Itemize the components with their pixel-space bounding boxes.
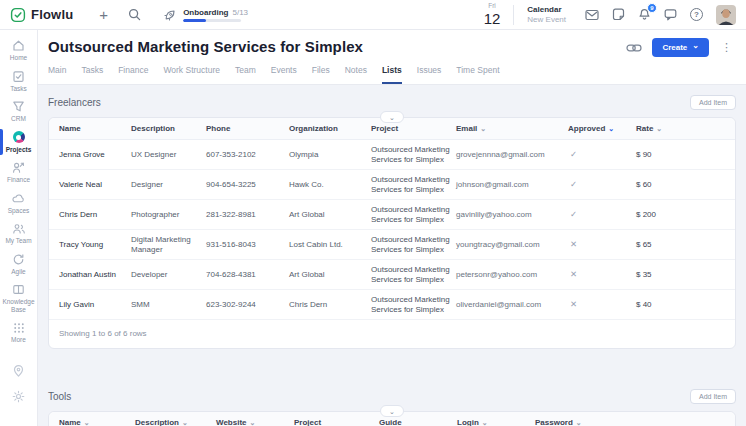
column-header[interactable]: Website ⌄	[216, 418, 294, 426]
sidebar-item-label: Finance	[7, 176, 30, 184]
column-header: Name ⌄	[59, 124, 131, 133]
approved-check-icon: ✓	[568, 180, 636, 190]
cell-phone: 607-353-2102	[206, 150, 289, 160]
tab-lists[interactable]: Lists	[382, 65, 402, 84]
create-button[interactable]: Create ⌄	[652, 38, 709, 57]
main-area: Outsourced Marketing Services for Simple…	[38, 30, 746, 426]
notes-icon[interactable]	[612, 8, 625, 21]
tab-issues[interactable]: Issues	[417, 65, 442, 84]
sidebar-item-label: CRM	[11, 115, 26, 123]
add-item-button[interactable]: Add Item	[690, 389, 736, 404]
calendar-widget[interactable]: Calendar New Event	[527, 5, 566, 25]
cell-name: Chris Dern	[59, 210, 131, 220]
flowlu-logo[interactable]: Flowlu	[10, 7, 73, 23]
table-row[interactable]: Tracy YoungDigital Marketing Manager931-…	[49, 230, 735, 260]
sidebar-item-tasks[interactable]: Tasks	[0, 66, 37, 97]
table-row[interactable]: Chris DernPhotographer281-322-8981Art Gl…	[49, 200, 735, 230]
column-header[interactable]: Email ⌄	[456, 124, 568, 133]
sort-chevron-icon: ⌄	[576, 419, 582, 426]
sidebar-item-finance[interactable]: Finance	[0, 157, 37, 188]
sidebar-item-label: Projects	[6, 146, 32, 154]
cell-description: UX Designer	[131, 150, 206, 160]
brand-name: Flowlu	[31, 7, 73, 22]
mail-icon[interactable]	[585, 9, 599, 21]
tab-files[interactable]: Files	[312, 65, 330, 84]
notification-badge: 9	[647, 3, 657, 13]
cell-organization: Art Global	[289, 270, 371, 280]
pin-icon[interactable]	[12, 364, 25, 378]
sidebar-item-my-team[interactable]: My Team	[0, 218, 37, 249]
add-item-button[interactable]: Add Item	[690, 95, 736, 110]
collapse-chevron-icon[interactable]: ⌄	[380, 405, 404, 417]
onboarding-count: 5/13	[232, 8, 248, 17]
avatar[interactable]	[716, 5, 736, 25]
column-header: Project ⌄	[371, 124, 456, 133]
link-icon[interactable]	[626, 43, 642, 53]
sidebar-item-spaces[interactable]: Spaces	[0, 188, 37, 219]
weekday-label: Fri	[488, 3, 496, 10]
tab-finance[interactable]: Finance	[118, 65, 148, 84]
approved-check-icon: ✓	[568, 210, 636, 220]
project-header: Outsourced Marketing Services for Simple…	[38, 30, 746, 85]
sidebar-item-agile[interactable]: Agile	[0, 249, 37, 280]
sidebar-item-label: Agile	[11, 268, 25, 276]
column-header[interactable]: Login ⌄	[457, 418, 535, 426]
cell-email: youngtracy@gmail.com	[456, 240, 568, 250]
tab-work-structure[interactable]: Work Structure	[163, 65, 220, 84]
content-area: Freelancers Add Item ⌄ Name ⌄ Descriptio…	[38, 85, 746, 426]
day-number: 12	[484, 11, 501, 26]
cell-rate: $ 35	[636, 270, 706, 280]
cell-project: Outsourced Marketing Services for Simple…	[371, 295, 456, 314]
tab-main[interactable]: Main	[48, 65, 66, 84]
topbar: Flowlu + Onboarding 5/13 Fri	[0, 0, 746, 30]
sidebar-item-home[interactable]: Home	[0, 35, 37, 66]
column-header[interactable]: Approved ⌄	[568, 124, 636, 133]
sidebar-item-crm[interactable]: CRM	[0, 96, 37, 127]
table-row[interactable]: Lily GavinSMM623-302-9244Chris DernOutso…	[49, 290, 735, 320]
chat-icon[interactable]	[664, 8, 677, 21]
sidebar-item-label: More	[11, 336, 26, 344]
knowledge-base-icon	[12, 283, 25, 296]
approved-cross-icon: ✕	[568, 270, 636, 280]
cell-phone: 931-516-8043	[206, 240, 289, 250]
date-widget[interactable]: Fri 12	[484, 3, 501, 26]
sort-chevron-icon: ⌄	[84, 419, 90, 426]
cell-name: Valerie Neal	[59, 180, 131, 190]
sidebar-item-projects[interactable]: Projects	[0, 127, 37, 158]
collapse-chevron-icon[interactable]: ⌄	[380, 111, 404, 123]
notifications-bell-icon[interactable]: 9	[638, 8, 651, 21]
column-header: Organization ⌄	[289, 124, 371, 133]
column-header[interactable]: Password ⌄	[535, 418, 625, 426]
tab-events[interactable]: Events	[271, 65, 297, 84]
table-row[interactable]: Jenna GroveUX Designer607-353-2102Olympi…	[49, 140, 735, 170]
cell-project: Outsourced Marketing Services for Simple…	[371, 205, 456, 224]
help-icon[interactable]: ?	[690, 8, 703, 21]
table-row[interactable]: Valerie NealDesigner904-654-3225Hawk Co.…	[49, 170, 735, 200]
table-row[interactable]: Jonathan AustinDeveloper704-628-4381Art …	[49, 260, 735, 290]
sidebar-item-label: My Team	[5, 237, 31, 245]
tab-tasks[interactable]: Tasks	[81, 65, 103, 84]
cell-phone: 281-322-8981	[206, 210, 289, 220]
sidebar-item-knowledge-base[interactable]: Knowledge Base	[0, 279, 37, 317]
tab-time-spent[interactable]: Time Spent	[456, 65, 499, 84]
sidebar-item-more[interactable]: More	[0, 317, 37, 348]
gear-icon[interactable]	[12, 390, 25, 403]
sort-chevron-icon: ⌄	[482, 419, 488, 426]
team-icon	[12, 222, 26, 235]
column-header[interactable]: Name ⌄	[59, 418, 135, 426]
cell-organization: Chris Dern	[289, 300, 371, 310]
approved-cross-icon: ✕	[568, 240, 636, 250]
tab-notes[interactable]: Notes	[345, 65, 367, 84]
kebab-menu-icon[interactable]: ⋮	[719, 41, 734, 54]
add-quick-button[interactable]: +	[99, 7, 108, 22]
search-icon[interactable]	[128, 8, 141, 21]
column-header[interactable]: Description ⌄	[135, 418, 216, 426]
cell-description: Developer	[131, 270, 206, 280]
onboarding-progress[interactable]: Onboarding 5/13	[163, 8, 248, 22]
tab-team[interactable]: Team	[235, 65, 256, 84]
calendar-label: Calendar	[527, 5, 566, 15]
tasks-icon	[12, 70, 25, 83]
column-header[interactable]: Rate ⌄	[636, 124, 706, 133]
cell-name: Jonathan Austin	[59, 270, 131, 280]
cell-organization: Olympia	[289, 150, 371, 160]
